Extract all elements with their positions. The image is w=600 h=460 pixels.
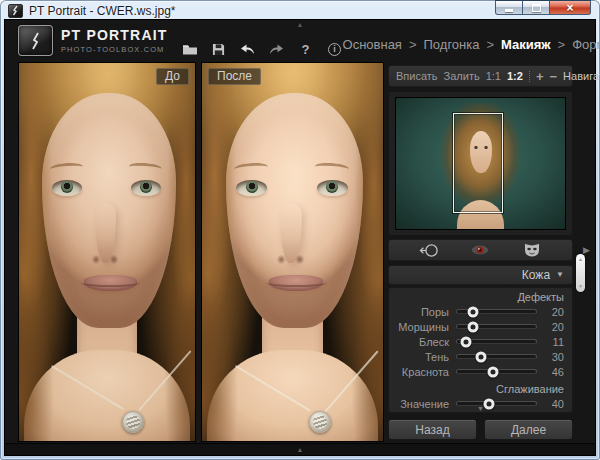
back-button[interactable]: Назад [388, 419, 477, 440]
minimize-icon [505, 9, 513, 12]
slider-knob[interactable] [460, 336, 471, 347]
portrait-vignette [202, 63, 383, 441]
app-window-icon [8, 4, 23, 18]
mask-tool-button[interactable] [520, 242, 544, 258]
navigator-selection[interactable] [453, 113, 503, 213]
next-button[interactable]: Далее [484, 419, 573, 440]
panel-scroll-down-hint[interactable]: ▼ [477, 404, 484, 413]
app-window: PT Portrait - CWER.ws.jpg* × ▲ PT PORTRA… [0, 0, 600, 460]
zoom-bar: Вписать Залить 1:1 1:2 + − Навигат. ▼ [388, 65, 573, 87]
breadcrumb-separator: > [558, 37, 566, 62]
brush-circle-tool-button[interactable] [417, 242, 441, 258]
breadcrumb: Основная > Подгонка > Макияж > Форма [343, 37, 600, 62]
breadcrumb-step-fitting[interactable]: Подгонка [424, 37, 480, 62]
before-canvas[interactable]: До [18, 62, 196, 442]
breadcrumb-step-shape[interactable]: Форма [572, 37, 600, 62]
before-label: До [156, 68, 189, 85]
bottom-strip: ▲ [5, 443, 595, 455]
close-icon: × [566, 2, 573, 14]
brand-name: PT PORTRAIT [61, 28, 168, 42]
tools-bar [388, 239, 573, 261]
main-toolbar: ▲ PT PORTRAIT PHOTO-TOOLBOX.COM [5, 20, 595, 62]
window-title: PT Portrait - CWER.ws.jpg* [29, 4, 175, 18]
slider-row-wrinkles: Морщины 20 [397, 319, 564, 334]
content-area: До [5, 62, 595, 443]
help-button[interactable]: ? [298, 42, 314, 56]
minimize-button[interactable] [495, 0, 523, 15]
toolbar-icons: ? i [182, 36, 343, 62]
info-icon: i [328, 43, 341, 56]
titlebar[interactable]: PT Portrait - CWER.ws.jpg* × [0, 0, 600, 19]
before-photo [19, 63, 195, 441]
help-icon: ? [302, 43, 310, 56]
skin-section-header[interactable]: Кожа ▼ [388, 265, 573, 285]
wizard-buttons: Назад Далее [388, 419, 573, 440]
skin-sliders-panel: Дефекты Поры 20 Морщины 20 Блеск [388, 287, 573, 413]
maximize-button[interactable] [523, 0, 550, 15]
save-button[interactable] [211, 42, 227, 56]
breadcrumb-step-makeup[interactable]: Макияж [501, 37, 551, 62]
navigator-thumbnail[interactable] [395, 97, 566, 230]
red-eye-tool-button[interactable] [468, 242, 492, 258]
zoom-in-button[interactable]: + [536, 70, 544, 83]
slider-knob[interactable] [483, 398, 494, 409]
bottom-collapse-handle[interactable]: ▲ [297, 445, 304, 454]
navigator-panel [388, 91, 573, 236]
wrinkles-slider[interactable] [456, 324, 537, 329]
about-button[interactable]: i [327, 42, 343, 56]
redness-slider[interactable] [456, 369, 537, 374]
right-sidebar: Вписать Залить 1:1 1:2 + − Навигат. ▼ [388, 62, 573, 443]
slider-knob[interactable] [488, 366, 499, 377]
zoom-out-button[interactable]: − [549, 70, 557, 83]
pt-portrait-logo-icon [18, 25, 53, 56]
open-file-button[interactable] [182, 42, 198, 56]
caption-buttons: × [495, 0, 591, 15]
after-canvas[interactable]: После [201, 62, 384, 442]
defects-group-header: Дефекты [397, 290, 564, 304]
breadcrumb-separator: > [486, 37, 494, 62]
sidebar-scrollbar-thumb[interactable]: ▲ ▼ [576, 254, 585, 292]
slider-knob[interactable] [467, 306, 478, 317]
scroll-up-icon: ▲ [578, 257, 583, 262]
slider-knob[interactable] [467, 321, 478, 332]
slider-knob[interactable] [475, 351, 486, 362]
zoom-1-1-button[interactable]: 1:1 [486, 70, 501, 82]
slider-row-redness: Краснота 46 [397, 364, 564, 379]
redo-button[interactable] [269, 42, 285, 56]
scroll-down-icon: ▼ [578, 284, 583, 289]
brand-block: PT PORTRAIT PHOTO-TOOLBOX.COM [61, 28, 168, 62]
app-surface: ▲ PT PORTRAIT PHOTO-TOOLBOX.COM [4, 19, 596, 456]
zoom-1-2-button[interactable]: 1:2 [507, 70, 523, 82]
breadcrumb-separator: > [409, 37, 417, 62]
sidebar-rail: ▲ ▼ ▶ [573, 62, 591, 443]
zoom-bar-divider [529, 71, 530, 82]
smoothing-group-header: Сглаживание [397, 382, 564, 396]
zoom-fill-button[interactable]: Залить [444, 70, 480, 82]
undo-button[interactable] [240, 42, 256, 56]
portrait-vignette [19, 63, 195, 441]
slider-row-shadow: Тень 30 [397, 349, 564, 364]
after-label: После [208, 68, 261, 85]
sidebar-collapse-handle[interactable]: ▶ [583, 246, 590, 255]
close-button[interactable]: × [550, 0, 591, 15]
chevron-down-icon: ▼ [556, 271, 564, 279]
zoom-fit-button[interactable]: Вписать [396, 70, 438, 82]
smoothing-amount-slider[interactable] [456, 401, 537, 406]
after-photo [202, 63, 383, 441]
slider-row-shine: Блеск 11 [397, 334, 564, 349]
toolbar-collapse-handle[interactable]: ▲ [297, 20, 304, 29]
skin-section-title: Кожа [522, 268, 550, 282]
shadow-slider[interactable] [456, 354, 537, 359]
breadcrumb-step-basic[interactable]: Основная [343, 37, 402, 62]
shine-slider[interactable] [456, 339, 537, 344]
maximize-icon [532, 4, 541, 12]
brand-site: PHOTO-TOOLBOX.COM [61, 46, 168, 54]
slider-row-pores: Поры 20 [397, 304, 564, 319]
pores-slider[interactable] [456, 309, 537, 314]
